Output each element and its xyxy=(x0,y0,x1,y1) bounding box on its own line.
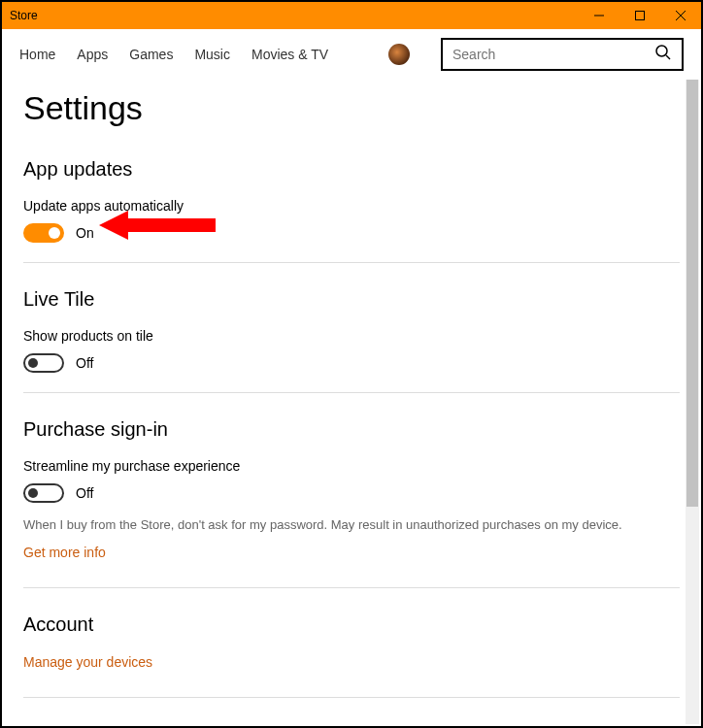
search-box[interactable] xyxy=(441,38,684,71)
minimize-button[interactable] xyxy=(579,2,619,29)
close-button[interactable] xyxy=(660,2,701,29)
nav-home[interactable]: Home xyxy=(19,47,55,62)
settings-content: Settings App updates Update apps automat… xyxy=(4,80,699,724)
user-avatar[interactable] xyxy=(388,44,410,65)
nav-games[interactable]: Games xyxy=(129,47,173,62)
titlebar: Store xyxy=(2,2,701,29)
toggle-knob xyxy=(49,227,60,239)
divider xyxy=(23,392,680,393)
toggle-knob xyxy=(28,358,38,368)
svg-line-5 xyxy=(666,55,670,59)
nav-movies-tv[interactable]: Movies & TV xyxy=(251,47,328,62)
section-purchase-title: Purchase sign-in xyxy=(23,418,680,441)
scrollbar[interactable] xyxy=(686,80,699,724)
scrollbar-thumb[interactable] xyxy=(686,80,698,507)
show-products-label: Show products on tile xyxy=(23,328,680,344)
maximize-button[interactable] xyxy=(619,2,660,29)
section-live-tile-title: Live Tile xyxy=(23,288,680,311)
streamline-toggle[interactable] xyxy=(23,483,64,503)
window-controls xyxy=(579,2,701,29)
divider xyxy=(23,262,680,263)
streamline-state: Off xyxy=(76,485,93,501)
update-apps-state: On xyxy=(76,225,94,241)
update-apps-label: Update apps automatically xyxy=(23,198,680,214)
navbar: Home Apps Games Music Movies & TV xyxy=(2,29,701,80)
window-title: Store xyxy=(10,9,38,22)
search-icon[interactable] xyxy=(654,44,672,65)
search-input[interactable] xyxy=(452,47,649,62)
nav-apps[interactable]: Apps xyxy=(77,47,108,62)
svg-point-4 xyxy=(656,46,667,56)
toggle-knob xyxy=(28,488,38,498)
show-products-state: Off xyxy=(76,355,93,371)
update-apps-toggle[interactable] xyxy=(23,223,64,243)
nav-music[interactable]: Music xyxy=(194,47,230,62)
show-products-toggle[interactable] xyxy=(23,353,64,373)
purchase-description: When I buy from the Store, don't ask for… xyxy=(23,516,680,534)
svg-rect-1 xyxy=(636,12,645,20)
section-app-updates-title: App updates xyxy=(23,158,680,181)
page-title: Settings xyxy=(23,89,680,127)
divider xyxy=(23,587,680,588)
section-about-title: About this app xyxy=(23,723,680,724)
section-account-title: Account xyxy=(23,613,680,636)
get-more-info-link[interactable]: Get more info xyxy=(23,545,106,560)
manage-devices-link[interactable]: Manage your devices xyxy=(23,654,152,670)
divider xyxy=(23,697,680,698)
streamline-label: Streamline my purchase experience xyxy=(23,458,680,474)
